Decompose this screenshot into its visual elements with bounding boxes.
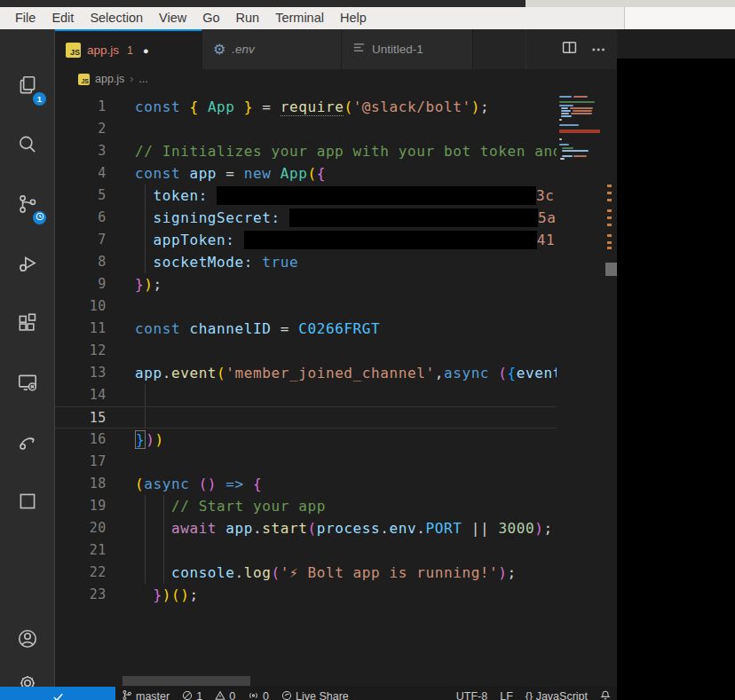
tab-error-count: 1 (127, 44, 133, 57)
line-number: 15 (55, 407, 107, 429)
code-line-23: 23 })(); (55, 584, 557, 606)
code-line-8: 8 socketMode: true (55, 251, 557, 273)
code-line-21: 21 (55, 539, 557, 562)
ports-icon (248, 690, 259, 700)
tab-app-js[interactable]: JSapp.js1● (55, 29, 202, 69)
status-item-lf[interactable]: LF (494, 690, 519, 700)
tab-untitled-1[interactable]: Untitled-1 (342, 29, 473, 69)
line-content: app.event('member_joined_channel',async … (135, 362, 557, 384)
split-editor-icon[interactable] (562, 40, 577, 59)
tabbar-divider (526, 29, 526, 69)
source-control-icon[interactable] (0, 182, 55, 226)
minimap-line (559, 144, 569, 146)
line-number: 6 (55, 207, 107, 229)
redacted-secret (289, 208, 538, 227)
line-number: 4 (55, 162, 107, 185)
minimap-line (559, 119, 562, 121)
remote-explorer-icon[interactable] (0, 360, 55, 405)
code-editor[interactable]: 1const { App } = require('@slack/bolt');… (55, 89, 617, 687)
js-file-icon: JS (66, 43, 81, 58)
line-number: 23 (55, 584, 107, 606)
status-item-1[interactable]: 1 (176, 690, 209, 700)
minimap-line (570, 107, 593, 109)
modified-dot-icon[interactable]: ● (143, 45, 149, 56)
status-item--javascript[interactable]: {} JavaScript (519, 690, 594, 700)
gear-file-icon: ⚙ (213, 41, 225, 58)
menu-terminal[interactable]: Terminal (267, 7, 332, 29)
status-item-master[interactable]: master (115, 689, 176, 700)
line-number: 9 (55, 273, 107, 295)
overview-ruler-mark (607, 199, 612, 201)
breadcrumb-file[interactable]: app.js (95, 73, 124, 85)
status-item-0[interactable]: 0 (241, 690, 275, 700)
minimap-line (560, 158, 565, 160)
code-line-14: 14 (55, 384, 557, 406)
search-icon[interactable] (0, 122, 55, 167)
menu-file[interactable]: File (7, 7, 43, 29)
tab--env[interactable]: ⚙.env (202, 29, 342, 69)
status-item-utf-8[interactable]: UTF-8 (450, 690, 494, 700)
live-share-icon[interactable] (0, 420, 55, 464)
menu-view[interactable]: View (151, 7, 194, 29)
minimap-line (559, 96, 572, 98)
tab-label: Untitled-1 (372, 43, 423, 56)
square-tool-icon[interactable] (0, 479, 55, 523)
menu-selection[interactable]: Selection (82, 7, 151, 29)
overview-ruler-mark (607, 224, 612, 226)
code-line-4: 4const app = new App({ (55, 162, 557, 185)
menu-go[interactable]: Go (194, 7, 227, 29)
more-actions-icon[interactable]: ⋯ (591, 41, 606, 58)
status-label: UTF-8 (456, 690, 487, 700)
minimap-line (559, 130, 600, 133)
menu-help[interactable]: Help (332, 7, 375, 29)
overview-ruler-mark (607, 192, 612, 194)
status-item-live-share[interactable]: Live Share (275, 690, 355, 700)
minimap-line (559, 105, 573, 106)
minimap-line (559, 124, 579, 126)
menu-edit[interactable]: Edit (43, 7, 82, 29)
run-debug-icon[interactable] (0, 241, 55, 286)
line-content: }); (135, 273, 162, 295)
line-number: 3 (55, 140, 107, 162)
code-line-11: 11const channelID = C0266FRGT (55, 318, 557, 340)
indent-guide (145, 495, 146, 584)
minimap-line (561, 110, 571, 112)
breadcrumb[interactable]: JS app.js › ... (55, 69, 617, 89)
status-item-bell-icon[interactable] (594, 689, 617, 700)
line-number: 21 (55, 539, 107, 562)
menu-run[interactable]: Run (228, 7, 268, 29)
overview-ruler-mark (607, 216, 612, 219)
horizontal-scrollbar-thumb[interactable] (122, 676, 250, 686)
untitled-file-icon (352, 41, 366, 58)
explorer-icon[interactable]: 1 (0, 63, 55, 107)
indent-guide (163, 495, 164, 584)
accounts-icon[interactable] (0, 617, 55, 661)
minimap-line (559, 101, 595, 103)
remote-indicator[interactable] (0, 687, 115, 700)
code-line-6: 6 signingSecret: 5a (55, 207, 557, 229)
minimap-line (573, 155, 587, 157)
code-line-5: 5 token: 3c (55, 185, 557, 207)
line-number: 17 (55, 451, 107, 473)
code-line-17: 17 (55, 451, 557, 473)
line-number: 11 (55, 318, 107, 340)
code-lines: 1const { App } = require('@slack/bolt');… (55, 96, 557, 628)
overview-ruler-mark (607, 241, 612, 244)
status-label: 1 (196, 690, 202, 700)
line-content: await app.start(process.env.PORT || 3000… (135, 517, 553, 539)
code-line-3: 3// Initializes your app with your bot t… (55, 140, 557, 162)
status-label: 0 (263, 690, 269, 700)
background-window-strip (526, 0, 735, 7)
breadcrumb-more[interactable]: ... (138, 73, 147, 85)
overview-ruler-mark (607, 209, 612, 212)
status-item-0[interactable]: 0 (209, 690, 241, 700)
line-content: console.log('⚡ Bolt app is running!'); (135, 562, 517, 584)
menu-bar-right-area (624, 7, 735, 29)
bell-icon (600, 689, 611, 700)
vertical-scrollbar-thumb[interactable] (605, 263, 617, 276)
minimap[interactable] (559, 96, 602, 309)
extensions-icon[interactable] (0, 301, 55, 345)
line-content: const app = new App({ (135, 162, 326, 185)
line-number: 16 (55, 429, 107, 451)
minimap-line (571, 113, 592, 114)
